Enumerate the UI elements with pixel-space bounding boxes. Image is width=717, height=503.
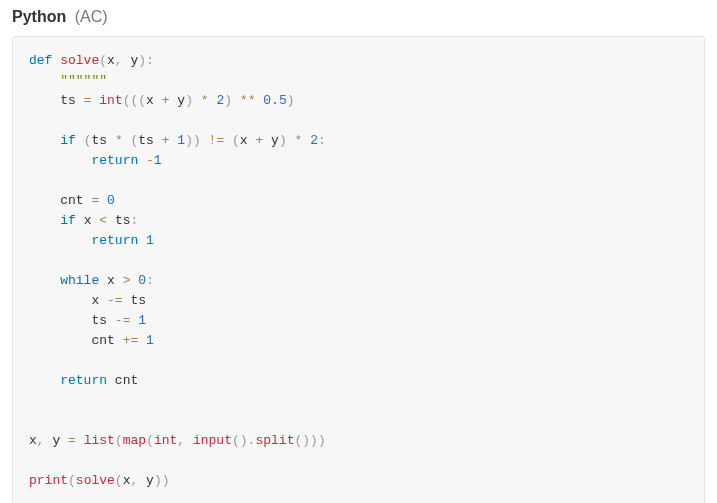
id-x: x	[146, 93, 154, 108]
op-eq: =	[68, 433, 76, 448]
id-x: x	[107, 273, 115, 288]
punct: )	[138, 53, 146, 68]
op-plus: +	[162, 133, 170, 148]
op-plus: +	[255, 133, 263, 148]
id-cnt: cnt	[91, 333, 114, 348]
header: Python (AC)	[12, 8, 705, 26]
id-ts: ts	[91, 133, 107, 148]
num-1: 1	[138, 313, 146, 328]
op-lt: <	[99, 213, 107, 228]
id-x: x	[240, 133, 248, 148]
id-y: y	[177, 93, 185, 108]
fn-print: print	[29, 473, 68, 488]
op-times: *	[295, 133, 303, 148]
id-x: x	[29, 433, 37, 448]
punct: )	[162, 473, 170, 488]
punct: ,	[177, 433, 185, 448]
id-ts: ts	[138, 133, 154, 148]
docstring: """"""	[60, 73, 107, 88]
punct: ,	[130, 473, 138, 488]
op-minuseq: -=	[115, 313, 131, 328]
punct: )	[185, 93, 193, 108]
fn-list: list	[84, 433, 115, 448]
punct: )	[185, 133, 193, 148]
fn-int: int	[99, 93, 122, 108]
op-gt: >	[123, 273, 131, 288]
fn-map: map	[123, 433, 146, 448]
id-x: x	[107, 53, 115, 68]
id-y: y	[146, 473, 154, 488]
status-label: (AC)	[75, 8, 108, 25]
num-1: 1	[154, 153, 162, 168]
num-1: 1	[146, 333, 154, 348]
fn-int: int	[154, 433, 177, 448]
punct: :	[146, 273, 154, 288]
kw-def: def	[29, 53, 52, 68]
op-neg: -	[146, 153, 154, 168]
punct: :	[131, 213, 139, 228]
kw-return: return	[91, 153, 138, 168]
kw-return: return	[60, 373, 107, 388]
id-x: x	[91, 293, 99, 308]
punct: )	[287, 93, 295, 108]
id-ts: ts	[91, 313, 107, 328]
num-1: 1	[177, 133, 185, 148]
num-2: 2	[310, 133, 318, 148]
punct: ,	[37, 433, 45, 448]
id-ts: ts	[115, 213, 131, 228]
punct: (	[115, 473, 123, 488]
op-eq: =	[91, 193, 99, 208]
punct: )	[302, 433, 310, 448]
num-1: 1	[146, 233, 154, 248]
op-plus: +	[162, 93, 170, 108]
punct: )	[193, 133, 201, 148]
id-ts: ts	[60, 93, 76, 108]
punct: ,	[115, 53, 123, 68]
op-times: *	[201, 93, 209, 108]
op-eq: =	[84, 93, 92, 108]
fn-split: split	[255, 433, 294, 448]
op-times: *	[115, 133, 123, 148]
punct: (	[115, 433, 123, 448]
punct: :	[146, 53, 154, 68]
fn-input: input	[193, 433, 232, 448]
kw-while: while	[60, 273, 99, 288]
punct: )	[279, 133, 287, 148]
op-dstar: **	[240, 93, 256, 108]
code-block: def solve(x, y): """""" ts = int(((x + y…	[12, 36, 705, 503]
id-y: y	[52, 433, 60, 448]
punct: )	[310, 433, 318, 448]
punct: (	[138, 93, 146, 108]
num-05: 0.5	[263, 93, 286, 108]
id-y: y	[271, 133, 279, 148]
language-label: Python	[12, 8, 66, 25]
punct: (	[99, 53, 107, 68]
id-cnt: cnt	[115, 373, 138, 388]
num-0: 0	[138, 273, 146, 288]
op-minuseq: -=	[107, 293, 123, 308]
punct: (	[68, 473, 76, 488]
punct: (	[232, 133, 240, 148]
punct: )	[224, 93, 232, 108]
op-pluseq: +=	[123, 333, 139, 348]
id-x: x	[84, 213, 92, 228]
num-0: 0	[107, 193, 115, 208]
kw-return: return	[91, 233, 138, 248]
code-snippet-container: Python (AC) def solve(x, y): """""" ts =…	[0, 0, 717, 503]
fn-solve: solve	[76, 473, 115, 488]
kw-if: if	[60, 133, 76, 148]
punct: (	[232, 433, 240, 448]
punct: )	[154, 473, 162, 488]
kw-if: if	[60, 213, 76, 228]
punct: )	[318, 433, 326, 448]
punct: :	[318, 133, 326, 148]
punct: (	[146, 433, 154, 448]
id-cnt: cnt	[60, 193, 83, 208]
id-ts: ts	[130, 293, 146, 308]
op-neq: !=	[209, 133, 225, 148]
punct: )	[240, 433, 248, 448]
fn-solve: solve	[60, 53, 99, 68]
